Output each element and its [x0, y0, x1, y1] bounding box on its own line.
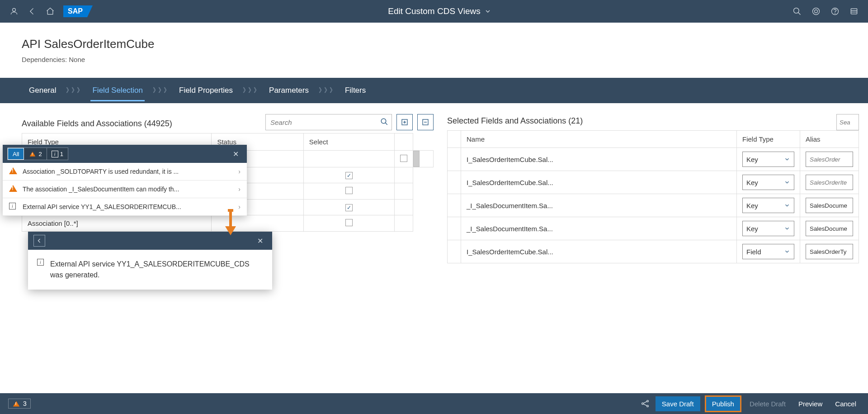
tab-field-selection[interactable]: Field Selection: [90, 80, 145, 101]
tab-bar: General 》》》 Field Selection 》》》 Field Pr…: [0, 78, 868, 103]
tab-separator: 》》》: [319, 86, 335, 95]
svg-point-0: [13, 8, 16, 11]
info-icon: i: [9, 203, 16, 209]
tab-filters[interactable]: Filters: [343, 80, 368, 101]
field-type-select[interactable]: Key: [742, 221, 794, 236]
table-row[interactable]: Association [0..*]: [22, 215, 434, 232]
message-item[interactable]: The association _I_SalesDocumentItem can…: [3, 181, 247, 198]
back-button[interactable]: [33, 235, 45, 247]
alias-input[interactable]: [806, 244, 853, 259]
field-type-select[interactable]: Key: [742, 152, 794, 167]
message-detail-text: External API service YY1_A_SALESORDERITE…: [50, 259, 263, 263]
chevron-right-icon: ›: [238, 203, 241, 210]
table-row[interactable]: I_SalesOrderItemCube.Sal... Key: [448, 148, 859, 171]
tab-parameters[interactable]: Parameters: [267, 80, 311, 101]
col-select: Select: [303, 133, 394, 151]
alias-input[interactable]: [806, 198, 853, 213]
back-icon[interactable]: [27, 6, 37, 16]
tab-general[interactable]: General: [27, 80, 58, 101]
message-popover: All 2 i1 ✕ Association _SOLDTOPARTY is u…: [3, 145, 247, 216]
message-item[interactable]: i External API service YY1_A_SALESORDERI…: [3, 198, 247, 216]
message-detail-popover: ✕ i External API service YY1_A_SALESORDE…: [28, 232, 272, 263]
svg-point-3: [815, 10, 818, 13]
shell-title: Edit Custom CDS Views: [388, 6, 481, 16]
warning-icon: [9, 185, 17, 192]
close-icon[interactable]: ✕: [254, 235, 267, 247]
tab-separator: 》》》: [153, 86, 169, 95]
col-alias: Alias: [800, 131, 859, 148]
chevron-right-icon: ›: [238, 186, 241, 193]
alias-input[interactable]: [806, 152, 853, 167]
alias-input[interactable]: [806, 175, 853, 190]
page-dependencies: Dependencies: None: [22, 56, 846, 63]
field-type-select[interactable]: Key: [742, 198, 794, 213]
selected-fields-title: Selected Fields and Associations (21): [447, 116, 583, 126]
expand-button[interactable]: [396, 114, 413, 130]
svg-point-2: [813, 8, 820, 15]
table-row[interactable]: _I_SalesDocumentItem.Sa... Key: [448, 194, 859, 217]
table-row[interactable]: I_SalesOrderItemCube.Sal... Field: [448, 240, 859, 263]
svg-point-7: [381, 119, 386, 124]
msg-filter-info[interactable]: i1: [47, 148, 68, 160]
tab-field-properties[interactable]: Field Properties: [177, 80, 235, 101]
scrollbar[interactable]: [413, 151, 420, 167]
search-icon[interactable]: [792, 6, 802, 16]
available-fields-title: Available Fields and Associations (44925…: [22, 119, 172, 128]
alias-input[interactable]: [806, 221, 853, 236]
chevron-right-icon: ›: [238, 168, 241, 175]
search-input[interactable]: [265, 114, 392, 130]
help-icon[interactable]: [830, 6, 840, 16]
svg-rect-6: [851, 9, 857, 14]
msg-filter-all[interactable]: All: [8, 148, 24, 160]
page-title: API SalesOrderItemCube: [22, 37, 846, 51]
select-checkbox[interactable]: [345, 204, 353, 211]
info-icon: i: [37, 259, 44, 263]
warning-icon: [9, 167, 17, 174]
table-row[interactable]: I_SalesOrderItemCube.Sal... Key: [448, 171, 859, 194]
field-type-select[interactable]: Key: [742, 175, 794, 190]
sap-logo: SAP: [63, 5, 87, 17]
select-checkbox[interactable]: [400, 155, 407, 162]
tab-separator: 》》》: [66, 86, 82, 95]
select-checkbox[interactable]: [345, 172, 353, 179]
msg-filter-warn[interactable]: 2: [24, 148, 47, 160]
copilot-icon[interactable]: [811, 6, 821, 16]
search-input-right[interactable]: [836, 114, 859, 130]
collapse-button[interactable]: [417, 114, 434, 130]
col-field-type: Field Type: [737, 131, 800, 148]
selected-fields-table: Name Field Type Alias I_SalesOrderItemCu…: [447, 130, 859, 263]
select-checkbox[interactable]: [345, 187, 353, 194]
select-checkbox[interactable]: [345, 219, 353, 226]
user-icon[interactable]: [9, 6, 19, 16]
search-icon: [380, 118, 388, 126]
table-row[interactable]: _I_SalesDocumentItem.Sa... Key: [448, 217, 859, 240]
field-type-select[interactable]: Field: [742, 244, 794, 259]
home-icon[interactable]: [45, 6, 55, 16]
message-item[interactable]: Association _SOLDTOPARTY is used redunda…: [3, 163, 247, 181]
page-header: API SalesOrderItemCube Dependencies: Non…: [0, 23, 868, 71]
shell-bar: SAP Edit Custom CDS Views: [0, 0, 868, 23]
svg-point-1: [794, 8, 799, 14]
tab-separator: 》》》: [243, 86, 259, 95]
menu-icon[interactable]: [849, 6, 859, 16]
svg-point-5: [835, 13, 835, 14]
col-name: Name: [461, 131, 737, 148]
close-icon[interactable]: ✕: [229, 148, 242, 160]
